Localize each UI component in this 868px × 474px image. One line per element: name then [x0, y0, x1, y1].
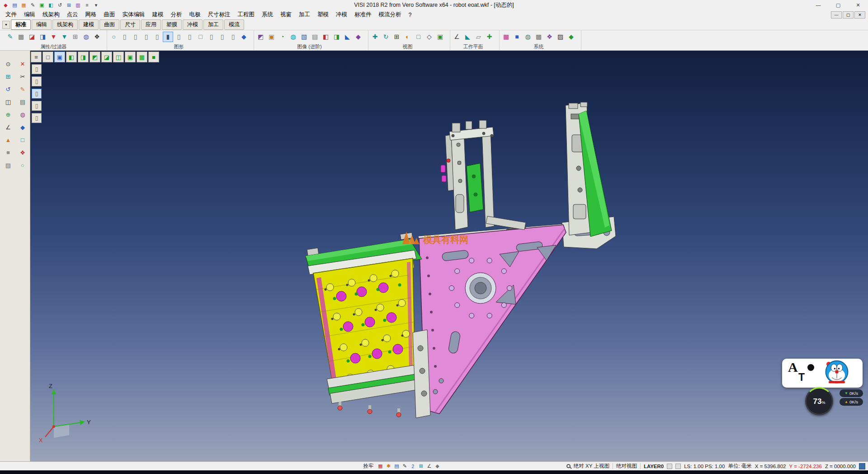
toolbar-icon[interactable]: □	[195, 32, 206, 42]
toolbar-icon[interactable]: ↻	[381, 32, 391, 42]
toolbar-icon[interactable]: ◨	[38, 32, 48, 42]
toolbar-icon[interactable]: ✚	[370, 32, 380, 42]
side-strip-icon[interactable]: ▯	[32, 101, 42, 111]
left-toolbar-icon[interactable]: ▲	[3, 135, 13, 145]
toolbar-icon[interactable]: ■	[512, 32, 522, 42]
toolbar-icon[interactable]: ▼	[48, 32, 59, 42]
menu-item[interactable]: 曲面	[100, 10, 119, 19]
quick-access-icon[interactable]: ◆	[2, 1, 9, 9]
ribbon-tab[interactable]: 尺寸	[120, 19, 140, 30]
left-toolbar-icon[interactable]: ❖	[18, 147, 28, 157]
toolbar-icon[interactable]: ▨	[555, 32, 566, 42]
progress-circle[interactable]: 73%	[805, 387, 833, 415]
toolbar-icon[interactable]: ✎	[5, 32, 15, 42]
left-toolbar-icon[interactable]: □	[18, 135, 28, 145]
menu-item[interactable]: 文件	[2, 10, 20, 19]
toolbar-icon[interactable]: ◆	[566, 32, 576, 42]
toolbar-icon[interactable]: ⊞	[70, 32, 80, 42]
view-orientation-icon[interactable]: ▣	[125, 52, 136, 62]
view-orientation-icon[interactable]: ▦	[137, 52, 147, 62]
quick-access-icon[interactable]: ✎	[29, 1, 37, 9]
ribbon-tab[interactable]: 曲面	[99, 19, 119, 30]
maximize-button[interactable]: ▢	[828, 0, 848, 10]
toolbar-icon[interactable]: ▧	[299, 32, 309, 42]
toolbar-icon[interactable]: ▯	[217, 32, 227, 42]
view-orientation-icon[interactable]: ◧	[66, 52, 77, 62]
toolbar-icon[interactable]: ◣	[342, 32, 353, 42]
close-button[interactable]: ✕	[848, 0, 868, 10]
layer-chip[interactable]	[667, 464, 672, 469]
left-toolbar-icon[interactable]: ✕	[18, 59, 28, 69]
view-orientation-icon[interactable]: ■	[148, 52, 159, 62]
quick-access-icon[interactable]: ↺	[56, 1, 64, 9]
mdi-minimize-button[interactable]: —	[831, 11, 842, 19]
toolbar-icon[interactable]: ○	[108, 32, 119, 42]
toolbar-icon[interactable]: ◩	[255, 32, 266, 42]
toolbar-icon[interactable]: ❖	[544, 32, 555, 42]
left-toolbar-icon[interactable]: ✎	[18, 84, 28, 94]
statusbar-end-icon[interactable]	[859, 463, 865, 469]
toolbar-icon[interactable]: ◍	[288, 32, 298, 42]
toolbar-icon[interactable]: ◔	[277, 32, 288, 42]
statusbar-icon[interactable]: ✱	[385, 463, 392, 470]
side-strip-icon[interactable]: ▯	[32, 113, 42, 123]
statusbar-icon[interactable]: ⊞	[417, 463, 425, 470]
menu-item[interactable]: 点云	[63, 10, 82, 19]
toolbar-icon[interactable]: ✚	[484, 32, 495, 42]
menu-item[interactable]: 线架构	[39, 10, 63, 19]
left-toolbar-icon[interactable]: ⊙	[3, 59, 13, 69]
view-mode-label[interactable]: 绝对 XY 上视图	[574, 463, 609, 469]
speed-widget[interactable]: A T 73% ▼	[752, 354, 868, 412]
toolbar-icon[interactable]: ◨	[331, 32, 342, 42]
grid-chip[interactable]	[675, 464, 681, 469]
toolbar-icon[interactable]: ▣	[435, 32, 445, 42]
menu-item[interactable]: 电极	[186, 10, 204, 19]
side-strip-icon[interactable]: ▯	[32, 64, 42, 74]
toolbar-icon[interactable]: ▯	[228, 32, 238, 42]
widget-panel[interactable]: A T	[782, 359, 863, 388]
left-toolbar-icon[interactable]: ⊞	[3, 71, 13, 81]
menu-item[interactable]: 视窗	[277, 10, 295, 19]
quick-access-icon[interactable]: ◧	[47, 1, 55, 9]
ribbon-tab[interactable]: 线架构	[52, 19, 78, 30]
view-orientation-icon[interactable]: ◩	[90, 52, 100, 62]
snap-toggle[interactable]: 拴牢	[363, 463, 373, 469]
toolbar-icon[interactable]: ▤	[310, 32, 320, 42]
toolbar-icon[interactable]: ⊞	[392, 32, 402, 42]
search-icon[interactable]	[566, 464, 571, 468]
minimize-button[interactable]: —	[808, 0, 828, 10]
toolbar-icon[interactable]: ▯	[130, 32, 141, 42]
menu-item[interactable]: 编辑	[20, 10, 39, 19]
mdi-restore-button[interactable]: ▢	[843, 11, 854, 19]
statusbar-icon[interactable]: ∠	[425, 463, 433, 470]
statusbar-icon[interactable]: ◆	[434, 463, 441, 470]
toolbar-icon[interactable]: ▱	[473, 32, 484, 42]
toolbar-icon[interactable]: ▣	[266, 32, 277, 42]
menu-item[interactable]: 分析	[167, 10, 186, 19]
view-orientation-icon[interactable]: ≡	[31, 52, 42, 62]
toolbar-icon[interactable]: ▯	[206, 32, 217, 42]
toolbar-icon[interactable]: ◍	[523, 32, 533, 42]
toolbar-icon[interactable]: □	[413, 32, 424, 42]
menu-item[interactable]: 模流分析	[375, 10, 405, 19]
toolbar-icon[interactable]: ▼	[59, 32, 70, 42]
left-toolbar-icon[interactable]: ≡	[3, 147, 13, 157]
side-strip-icon[interactable]: ▯	[32, 76, 42, 86]
quick-access-icon[interactable]: ▦	[20, 1, 28, 9]
menu-item[interactable]: 建模	[149, 10, 167, 19]
left-toolbar-icon[interactable]: ↺	[3, 84, 13, 94]
ribbon-tab[interactable]: 标准	[11, 19, 31, 30]
toolbar-icon[interactable]: ▦	[501, 32, 511, 42]
menu-item[interactable]: 网格	[82, 10, 100, 19]
ribbon-tab[interactable]: 冲模	[183, 19, 203, 30]
menu-item[interactable]: 加工	[295, 10, 314, 19]
toolbar-icon[interactable]: ❖	[92, 32, 102, 42]
quick-access-icon[interactable]: ▣	[38, 1, 46, 9]
left-toolbar-icon[interactable]: ⊕	[3, 109, 13, 119]
toolbar-icon[interactable]: ▯	[184, 32, 195, 42]
quick-access-icon[interactable]: ≡	[83, 1, 91, 9]
menu-item[interactable]: 尺寸标注	[204, 10, 234, 19]
view-orientation-icon[interactable]: ◫	[113, 52, 124, 62]
quick-access-icon[interactable]: ▾	[92, 1, 100, 9]
toolbar-icon[interactable]: ◪	[27, 32, 37, 42]
